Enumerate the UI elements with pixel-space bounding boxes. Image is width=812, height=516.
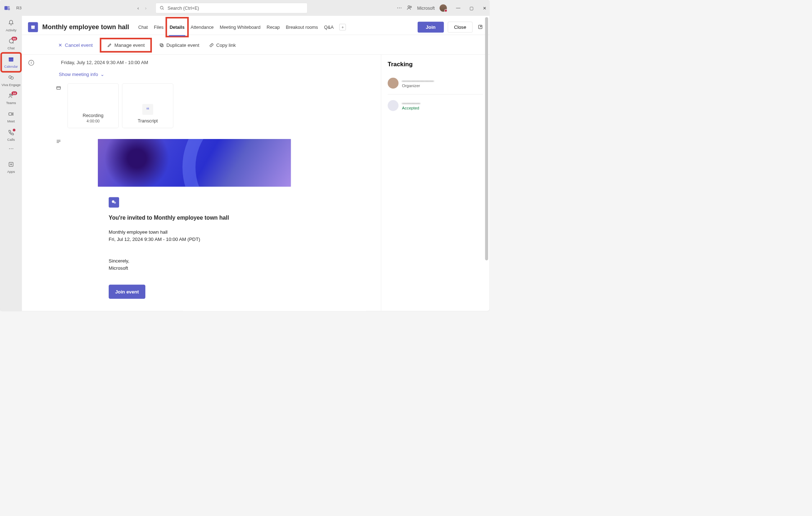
svg-point-11 <box>10 94 11 95</box>
search-placeholder: Search (Ctrl+E) <box>168 5 199 10</box>
meeting-time-text: Friday, July 12, 2024 9:30 AM - 10:00 AM <box>61 60 148 66</box>
scrollbar[interactable] <box>485 17 488 260</box>
bell-icon <box>8 20 14 27</box>
viva-icon <box>8 75 14 82</box>
svg-rect-21 <box>160 44 163 46</box>
event-header: Monthly employee town hall Chat Files De… <box>22 16 489 35</box>
more-icon[interactable]: ⋯ <box>397 5 402 11</box>
calls-badge <box>13 129 15 131</box>
rail-apps[interactable]: Apps <box>1 158 21 177</box>
close-button[interactable]: Close <box>448 22 472 32</box>
svg-rect-20 <box>161 44 163 47</box>
chevron-down-icon: ⌄ <box>100 72 104 77</box>
tracking-heading: Tracking <box>388 61 483 68</box>
svg-rect-18 <box>31 26 35 26</box>
recording-card[interactable]: Recording 4:00:00 <box>68 84 119 128</box>
invite-content: You're invited to Monthly employee town … <box>109 197 286 299</box>
transcript-icon: ❝ <box>142 104 153 115</box>
cancel-event-button[interactable]: ✕ Cancel event <box>56 41 94 50</box>
invite-signoff: Sincerely, <box>109 257 286 265</box>
rail-calendar[interactable]: Calendar <box>1 53 21 72</box>
link-icon <box>209 42 214 48</box>
duplicate-event-button[interactable]: Duplicate event <box>158 41 200 50</box>
minimize-button[interactable]: — <box>456 5 461 10</box>
teams-icon: 10 <box>8 93 14 100</box>
svg-point-6 <box>410 6 412 8</box>
video-icon <box>8 111 14 118</box>
calendar-icon <box>8 56 14 64</box>
search-input[interactable]: Search (Ctrl+E) <box>156 3 308 13</box>
copy-icon <box>159 42 164 48</box>
rail-activity[interactable]: Activity <box>1 17 21 35</box>
invite-event-name: Monthly employee town hall <box>109 229 286 236</box>
tab-whiteboard[interactable]: Meeting Whiteboard <box>217 20 263 35</box>
info-icon: i <box>28 60 34 66</box>
nav-forward-icon: › <box>145 5 146 11</box>
tab-qa[interactable]: Q&A <box>321 20 337 35</box>
manage-event-button[interactable]: Manage event <box>101 39 150 51</box>
avatar <box>388 78 399 89</box>
invite-heading: You're invited to Monthly employee town … <box>109 214 286 222</box>
tracking-attendee[interactable]: ———— Accepted <box>388 98 483 114</box>
apps-icon <box>8 161 14 169</box>
rail-chat[interactable]: 66 Chat <box>1 35 21 53</box>
svg-point-10 <box>11 77 13 79</box>
tab-chat[interactable]: Chat <box>135 20 151 35</box>
join-event-button[interactable]: Join event <box>109 285 145 299</box>
rail-meet[interactable]: Meet <box>1 108 21 126</box>
user-avatar[interactable] <box>440 4 447 12</box>
rail-more[interactable]: ⋯ <box>9 146 14 152</box>
svg-point-5 <box>408 6 410 8</box>
tab-breakout[interactable]: Breakout rooms <box>283 20 321 35</box>
app-rail: Activity 66 Chat Calendar Viva Engage <box>0 16 22 311</box>
chat-badge: 66 <box>12 37 17 40</box>
svg-rect-2 <box>8 8 10 10</box>
phone-icon <box>8 129 14 136</box>
show-meeting-info-toggle[interactable]: Show meeting info ⌄ <box>59 72 374 77</box>
event-type-icon <box>28 22 38 32</box>
add-tab-button[interactable]: ＋ <box>339 24 346 30</box>
copy-link-button[interactable]: Copy link <box>208 41 237 50</box>
nav-back-icon[interactable]: ‹ <box>137 5 139 11</box>
rail-calls[interactable]: Calls <box>1 126 21 144</box>
pencil-icon <box>107 42 112 48</box>
teams-app-icon <box>3 4 11 12</box>
rail-teams[interactable]: 10 Teams <box>1 90 21 108</box>
rail-viva-engage[interactable]: Viva Engage <box>1 71 21 90</box>
close-window-button[interactable]: ✕ <box>483 5 486 10</box>
popout-icon[interactable] <box>478 24 484 30</box>
tab-recap[interactable]: Recap <box>264 20 283 35</box>
environment-tag: R3 <box>16 6 22 10</box>
svg-rect-0 <box>4 6 8 10</box>
event-tabs: Chat Files Details Attendance Meeting Wh… <box>135 20 346 35</box>
meeting-time-row: i Friday, July 12, 2024 9:30 AM - 10:00 … <box>56 60 374 66</box>
join-button[interactable]: Join <box>417 22 444 32</box>
invite-event-time: Fri, Jul 12, 2024 9:30 AM - 10:00 AM (PD… <box>109 236 286 243</box>
svg-line-4 <box>163 9 164 10</box>
transcript-card[interactable]: ❝ Transcript <box>122 84 173 128</box>
tab-details[interactable]: Details <box>167 18 187 36</box>
svg-rect-8 <box>9 57 13 58</box>
maximize-button[interactable]: ▢ <box>469 5 473 10</box>
title-bar: R3 ‹ › Search (Ctrl+E) ⋯ Microsoft — ▢ ✕ <box>0 0 490 16</box>
event-actions: ✕ Cancel event Manage event Duplicate ev… <box>22 35 489 55</box>
chat-icon: 66 <box>8 38 14 45</box>
tab-files[interactable]: Files <box>151 20 167 35</box>
avatar <box>388 100 399 111</box>
svg-point-1 <box>8 6 10 8</box>
account-label[interactable]: Microsoft <box>417 5 435 10</box>
invite-signature: Microsoft <box>109 264 286 272</box>
tab-attendance[interactable]: Attendance <box>187 20 217 35</box>
svg-point-3 <box>160 6 163 9</box>
svg-point-28 <box>114 202 116 204</box>
people-icon[interactable] <box>407 5 413 11</box>
tracking-panel: Tracking ——————— Organizer ———— Acc <box>381 55 490 311</box>
event-title: Monthly employee town hall <box>42 23 129 31</box>
teams-badge: 10 <box>12 91 17 95</box>
presence-busy-icon <box>444 9 447 12</box>
svg-rect-13 <box>9 113 12 115</box>
tracking-organizer[interactable]: ——————— Organizer <box>388 75 483 91</box>
x-icon: ✕ <box>58 42 63 48</box>
teams-badge-icon <box>109 197 119 208</box>
svg-rect-22 <box>57 86 60 89</box>
